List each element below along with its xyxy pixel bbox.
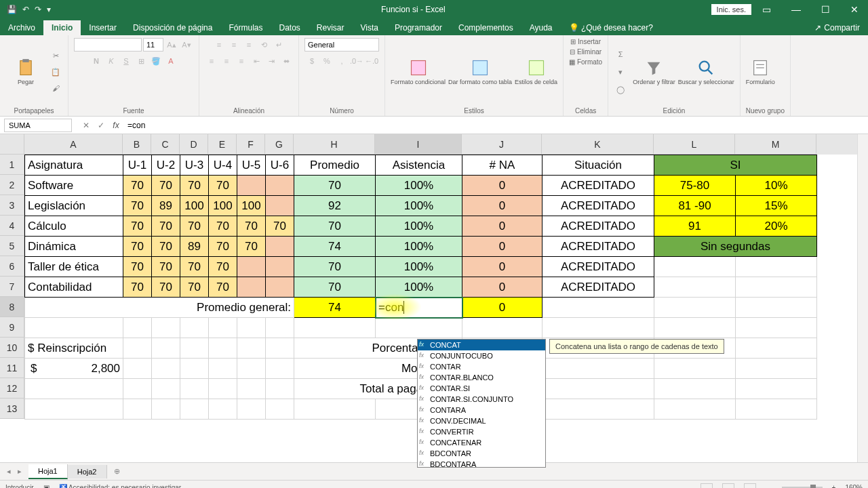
cell[interactable] (123, 359, 152, 379)
cell[interactable]: 70 (152, 277, 180, 298)
formulario-button[interactable]: Formulario (746, 58, 775, 85)
cell[interactable]: Promedio general: (25, 298, 294, 318)
cell[interactable] (266, 338, 294, 359)
cell[interactable] (736, 257, 817, 277)
macro-record-icon[interactable]: ▣ (43, 484, 50, 488)
column-header[interactable]: K (542, 134, 654, 155)
cell[interactable]: 70 (209, 216, 237, 237)
column-header[interactable]: A (24, 134, 123, 155)
formula-autocomplete[interactable]: CONCATCONJUNTOCUBOCONTARCONTAR.BLANCOCON… (417, 339, 546, 468)
cell[interactable] (736, 399, 817, 420)
tab-vista[interactable]: Vista (353, 20, 387, 35)
cell[interactable] (654, 318, 736, 338)
column-header[interactable]: F (237, 134, 265, 155)
cell[interactable]: ACREDITADO (542, 237, 654, 257)
cell[interactable] (542, 318, 654, 338)
shrink-font-icon[interactable]: A▾ (180, 38, 193, 52)
cell[interactable]: 70 (123, 237, 152, 257)
row-header[interactable]: 13 (0, 399, 24, 419)
formula-input[interactable]: =con (123, 121, 868, 130)
cell[interactable]: 74 (294, 237, 376, 257)
cell[interactable] (237, 318, 266, 338)
cell[interactable] (654, 277, 736, 298)
comma-icon[interactable]: , (335, 54, 349, 68)
cell[interactable] (266, 359, 294, 379)
italic-button[interactable]: K (104, 54, 118, 68)
select-all-corner[interactable] (0, 134, 24, 155)
cell[interactable] (237, 277, 266, 298)
tab-archivo[interactable]: Archivo (0, 20, 43, 35)
page-layout-view-icon[interactable] (722, 483, 734, 489)
cell[interactable]: 100% (376, 257, 462, 277)
cell[interactable] (237, 176, 266, 196)
save-icon[interactable]: 💾 (7, 5, 17, 14)
cell[interactable] (123, 338, 152, 359)
fill-icon[interactable]: ▾ (614, 65, 627, 79)
paste-button[interactable]: Pegar (5, 58, 46, 85)
number-format-select[interactable] (304, 38, 379, 52)
cell[interactable]: 70 (294, 216, 376, 237)
cell[interactable] (266, 379, 294, 399)
cell[interactable] (237, 359, 266, 379)
autocomplete-item[interactable]: CONTAR.BLANCO (418, 372, 545, 383)
cell[interactable]: Dinámica (25, 237, 123, 257)
autocomplete-item[interactable]: CONTAR.SI.CONJUNTO (418, 394, 545, 405)
cell[interactable] (180, 379, 209, 399)
cell[interactable] (736, 277, 817, 298)
copy-icon[interactable]: 📋 (49, 65, 62, 79)
cell[interactable]: 74 (294, 298, 376, 318)
cell[interactable] (123, 318, 152, 338)
cell[interactable] (152, 379, 180, 399)
row-header[interactable]: 9 (0, 317, 24, 338)
cell[interactable] (152, 359, 180, 379)
cell[interactable]: 0 (462, 176, 542, 196)
cell[interactable] (266, 196, 294, 216)
cell[interactable] (123, 379, 152, 399)
cell[interactable]: 70 (152, 176, 180, 196)
zoom-level[interactable]: 160% (845, 484, 863, 488)
cell[interactable]: 0 (462, 277, 542, 298)
cell[interactable]: 0 (462, 216, 542, 237)
tab-inicio[interactable]: Inicio (43, 20, 81, 35)
align-right-icon[interactable]: ≡ (235, 54, 248, 68)
cell[interactable] (266, 399, 294, 420)
cell[interactable] (654, 257, 736, 277)
autocomplete-item[interactable]: CONCAT (418, 340, 545, 350)
cell[interactable] (152, 399, 180, 420)
column-header[interactable]: B (123, 134, 151, 155)
delete-cells-button[interactable]: ⊟ Eliminar (570, 48, 601, 56)
format-as-table-button[interactable]: Dar formato como tabla (448, 58, 512, 85)
tab-disposicion[interactable]: Disposición de página (125, 20, 220, 35)
cell[interactable]: 70 (209, 237, 237, 257)
cell[interactable]: 70 (152, 257, 180, 277)
font-name-input[interactable] (74, 38, 142, 52)
font-size-input[interactable] (143, 38, 163, 52)
row-header[interactable]: 1 (0, 155, 24, 175)
decrease-indent-icon[interactable]: ⇤ (250, 54, 263, 68)
tab-complementos[interactable]: Complementos (450, 20, 521, 35)
insert-cells-button[interactable]: ⊞ Insertar (570, 38, 601, 45)
cell[interactable] (654, 359, 736, 379)
row-header[interactable]: 8 (0, 297, 24, 317)
cell[interactable]: 20% (736, 216, 817, 237)
fx-icon[interactable]: fx (108, 121, 123, 130)
cell[interactable]: Asistencia (376, 155, 462, 176)
tab-revisar[interactable]: Revisar (309, 20, 353, 35)
borders-icon[interactable]: ⊞ (134, 54, 148, 68)
cell[interactable] (237, 257, 266, 277)
close-button[interactable]: ✕ (841, 4, 868, 15)
cell[interactable] (654, 399, 736, 420)
cell[interactable]: 70 (180, 277, 209, 298)
cell[interactable]: 70 (180, 257, 209, 277)
autocomplete-item[interactable]: CONCATENAR (418, 437, 545, 448)
autocomplete-item[interactable]: CONJUNTOCUBO (418, 350, 545, 361)
cell[interactable] (25, 379, 123, 399)
cell[interactable]: Software (25, 176, 123, 196)
cell[interactable]: Cálculo (25, 216, 123, 237)
cell[interactable] (209, 359, 237, 379)
cell[interactable]: =con (376, 298, 462, 318)
format-cells-button[interactable]: ▦ Formato (569, 58, 602, 66)
row-header[interactable]: 2 (0, 175, 24, 195)
column-header[interactable]: M (735, 134, 816, 155)
row-header[interactable]: 12 (0, 378, 24, 399)
